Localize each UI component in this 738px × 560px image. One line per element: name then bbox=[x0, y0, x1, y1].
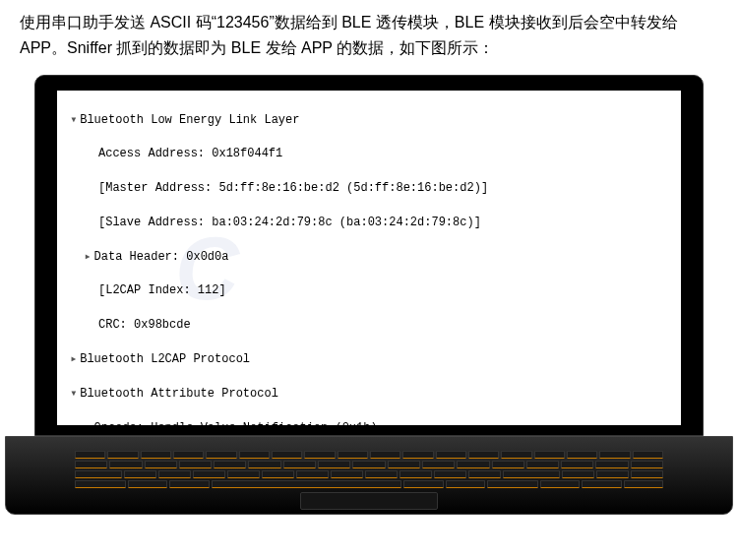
tree-l2cap-protocol[interactable]: ▸Bluetooth L2CAP Protocol bbox=[63, 351, 675, 368]
touchpad-illustration bbox=[300, 492, 438, 510]
expand-icon[interactable]: ▸ bbox=[85, 420, 94, 426]
tree-l2cap-index[interactable]: [L2CAP Index: 112] bbox=[63, 282, 675, 299]
packet-dissection-tree[interactable]: ▾Bluetooth Low Energy Link Layer Access … bbox=[57, 91, 681, 425]
tree-ble-layer[interactable]: ▾Bluetooth Low Energy Link Layer bbox=[63, 112, 675, 129]
keyboard-illustration bbox=[75, 451, 663, 488]
tree-crc[interactable]: CRC: 0x98bcde bbox=[63, 317, 675, 334]
laptop-illustration: C ▾Bluetooth Low Energy Link Layer Acces… bbox=[34, 75, 704, 515]
expand-icon[interactable]: ▸ bbox=[85, 249, 94, 266]
collapse-icon[interactable]: ▾ bbox=[70, 386, 80, 403]
collapse-icon[interactable]: ▾ bbox=[70, 112, 80, 129]
tree-attr-protocol[interactable]: ▾Bluetooth Attribute Protocol bbox=[63, 386, 675, 403]
laptop-base bbox=[5, 436, 733, 515]
tree-access-address[interactable]: Access Address: 0x18f044f1 bbox=[63, 146, 675, 162]
intro-text: 使用串口助手发送 ASCII 码“123456”数据给到 BLE 透传模块，BL… bbox=[0, 0, 738, 65]
tree-opcode[interactable]: ▸Opcode: Handle Value Notification (0x1b… bbox=[63, 420, 675, 426]
tree-master-address[interactable]: [Master Address: 5d:ff:8e:16:be:d2 (5d:f… bbox=[63, 180, 675, 197]
tree-data-header[interactable]: ▸Data Header: 0x0d0a bbox=[63, 249, 675, 266]
sniffer-screen: C ▾Bluetooth Low Energy Link Layer Acces… bbox=[57, 91, 681, 425]
tree-slave-address[interactable]: [Slave Address: ba:03:24:2d:79:8c (ba:03… bbox=[63, 215, 675, 231]
expand-icon[interactable]: ▸ bbox=[70, 351, 80, 368]
laptop-screen-frame: C ▾Bluetooth Low Energy Link Layer Acces… bbox=[34, 75, 704, 436]
